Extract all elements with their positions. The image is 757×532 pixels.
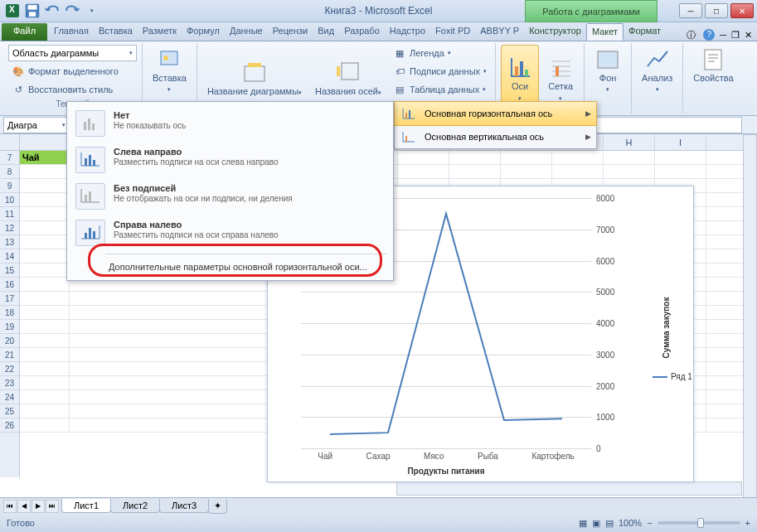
tab-review[interactable]: Рецензи bbox=[268, 23, 313, 41]
row-header[interactable]: 7 bbox=[0, 151, 19, 165]
option-no-labels[interactable]: Без подписейНе отображать на оси ни подп… bbox=[67, 178, 393, 215]
app-icon[interactable] bbox=[3, 2, 22, 20]
column-header[interactable]: I bbox=[655, 134, 706, 150]
row-header[interactable]: 14 bbox=[0, 249, 19, 264]
view-page-break-icon[interactable]: ▤ bbox=[605, 518, 614, 529]
minimize-button[interactable]: ─ bbox=[679, 3, 702, 18]
zoom-in-button[interactable]: + bbox=[745, 518, 750, 528]
minimize-ribbon-icon[interactable]: ⓘ bbox=[687, 29, 698, 41]
name-box[interactable]: Диагра▾ bbox=[3, 117, 70, 133]
tab-data[interactable]: Данные bbox=[225, 23, 268, 41]
workbook-minimize-icon[interactable]: ─ bbox=[720, 30, 726, 40]
menu-primary-horizontal-axis[interactable]: Основная горизонтальная ось▶ bbox=[394, 101, 597, 126]
analysis-button[interactable]: Анализ▾ bbox=[637, 45, 677, 94]
menu-primary-vertical-axis[interactable]: Основная вертикальная ось▶ bbox=[395, 125, 596, 148]
tab-formulas[interactable]: Формул bbox=[182, 23, 225, 41]
data-table-button[interactable]: ▤Таблица данных ▾ bbox=[390, 81, 490, 98]
row-header[interactable]: 22 bbox=[0, 362, 19, 376]
sheet-tab-3[interactable]: Лист3 bbox=[159, 499, 209, 513]
tab-abbyy[interactable]: ABBYY P bbox=[475, 23, 524, 41]
row-header[interactable]: 26 bbox=[0, 418, 19, 433]
option-more-axis-options[interactable]: Дополнительные параметры основной горизо… bbox=[67, 257, 393, 277]
view-normal-icon[interactable]: ▦ bbox=[579, 518, 587, 529]
svg-rect-14 bbox=[705, 50, 721, 70]
zoom-slider[interactable] bbox=[658, 521, 740, 525]
view-page-layout-icon[interactable]: ▣ bbox=[592, 518, 600, 529]
horizontal-scrollbar[interactable] bbox=[396, 481, 742, 496]
row-header[interactable]: 8 bbox=[0, 165, 19, 179]
chart-element-selector[interactable]: Область диаграммы▾ bbox=[8, 45, 137, 61]
ribbon-group-analysis: Анализ▾ bbox=[632, 43, 683, 114]
option-right-to-left[interactable]: Справа налевоРазместить подписи на оси с… bbox=[67, 215, 393, 251]
svg-rect-2 bbox=[29, 12, 36, 17]
svg-rect-11 bbox=[525, 70, 528, 76]
row-header[interactable]: 21 bbox=[0, 348, 19, 362]
column-header[interactable]: H bbox=[604, 134, 655, 150]
tab-home[interactable]: Главная bbox=[49, 23, 94, 41]
zoom-level[interactable]: 100% bbox=[619, 518, 642, 528]
row-header[interactable]: 11 bbox=[0, 207, 19, 221]
save-icon[interactable] bbox=[23, 2, 41, 20]
tab-view[interactable]: Вид bbox=[313, 23, 339, 41]
tab-addins[interactable]: Надстро bbox=[385, 23, 430, 41]
zoom-out-button[interactable]: − bbox=[647, 518, 652, 528]
reset-style-button[interactable]: ↺Восстановить стиль bbox=[8, 81, 137, 98]
undo-icon[interactable] bbox=[43, 2, 61, 20]
vertical-scrollbar[interactable] bbox=[743, 134, 757, 500]
svg-point-4 bbox=[163, 56, 168, 60]
row-headers: 7891011121314151617181920212223242526 bbox=[0, 134, 20, 477]
close-button[interactable]: ✕ bbox=[730, 3, 754, 18]
option-ltr-icon bbox=[75, 147, 105, 173]
workbook-restore-icon[interactable]: ❐ bbox=[731, 30, 740, 41]
row-header[interactable]: 20 bbox=[0, 334, 19, 348]
tab-chart-layout[interactable]: Макет bbox=[586, 23, 624, 41]
background-button[interactable]: Фон▾ bbox=[590, 45, 626, 94]
svg-rect-25 bbox=[89, 191, 91, 202]
sheet-tab-2[interactable]: Лист2 bbox=[110, 499, 160, 513]
row-header[interactable]: 17 bbox=[0, 292, 19, 306]
maximize-button[interactable]: □ bbox=[705, 3, 728, 18]
row-header[interactable]: 23 bbox=[0, 376, 19, 390]
sheet-nav-last[interactable]: ⏭ bbox=[46, 500, 59, 513]
insert-button[interactable]: Вставка▾ bbox=[148, 45, 192, 94]
axis-titles-icon bbox=[335, 60, 362, 86]
row-header[interactable]: 13 bbox=[0, 235, 19, 249]
row-header[interactable]: 10 bbox=[0, 193, 19, 207]
chart-y-axis-title: Сумма закупок bbox=[662, 297, 671, 359]
tab-insert[interactable]: Вставка bbox=[94, 23, 138, 41]
sheet-nav-first[interactable]: ⏮ bbox=[3, 500, 17, 513]
row-header[interactable]: 24 bbox=[0, 390, 19, 404]
svg-rect-7 bbox=[342, 63, 358, 80]
tab-chart-design[interactable]: Конструктор bbox=[524, 23, 586, 41]
row-header[interactable]: 9 bbox=[0, 179, 19, 193]
option-none[interactable]: НетНе показывать ось bbox=[67, 105, 393, 142]
tab-developer[interactable]: Разрабо bbox=[339, 23, 385, 41]
sheet-nav-prev[interactable]: ◀ bbox=[17, 500, 31, 513]
sheet-nav-next[interactable]: ▶ bbox=[32, 500, 45, 513]
workbook-close-icon[interactable]: ✕ bbox=[745, 30, 752, 41]
sheet-tab-1[interactable]: Лист1 bbox=[61, 499, 111, 513]
tab-chart-format[interactable]: Формат bbox=[624, 23, 666, 41]
row-header[interactable]: 19 bbox=[0, 320, 19, 334]
new-sheet-button[interactable]: ✦ bbox=[208, 499, 227, 514]
redo-icon[interactable] bbox=[63, 2, 81, 20]
svg-rect-10 bbox=[520, 61, 523, 76]
properties-icon bbox=[700, 46, 726, 73]
tab-foxit[interactable]: Foxit PD bbox=[430, 23, 475, 41]
row-header[interactable]: 25 bbox=[0, 404, 19, 418]
data-labels-button[interactable]: 🏷Подписи данных ▾ bbox=[390, 63, 490, 80]
qat-customize-icon[interactable]: ▾ bbox=[83, 2, 101, 20]
legend-button[interactable]: ▦Легенда ▾ bbox=[390, 45, 490, 61]
chart-title-icon bbox=[241, 60, 268, 86]
format-selection-button[interactable]: 🎨Формат выделенного bbox=[8, 63, 137, 80]
help-icon[interactable]: ? bbox=[703, 29, 715, 41]
row-header[interactable]: 18 bbox=[0, 306, 19, 320]
row-header[interactable]: 15 bbox=[0, 264, 19, 278]
row-header[interactable]: 12 bbox=[0, 221, 19, 235]
tab-layout[interactable]: Разметк bbox=[138, 23, 182, 41]
properties-button[interactable]: Свойства bbox=[688, 45, 738, 85]
reset-style-icon: ↺ bbox=[12, 83, 25, 96]
row-header[interactable]: 16 bbox=[0, 278, 19, 292]
file-tab[interactable]: Файл bbox=[2, 23, 47, 41]
option-left-to-right[interactable]: Слева направоРазместить подписи на оси с… bbox=[67, 142, 393, 178]
